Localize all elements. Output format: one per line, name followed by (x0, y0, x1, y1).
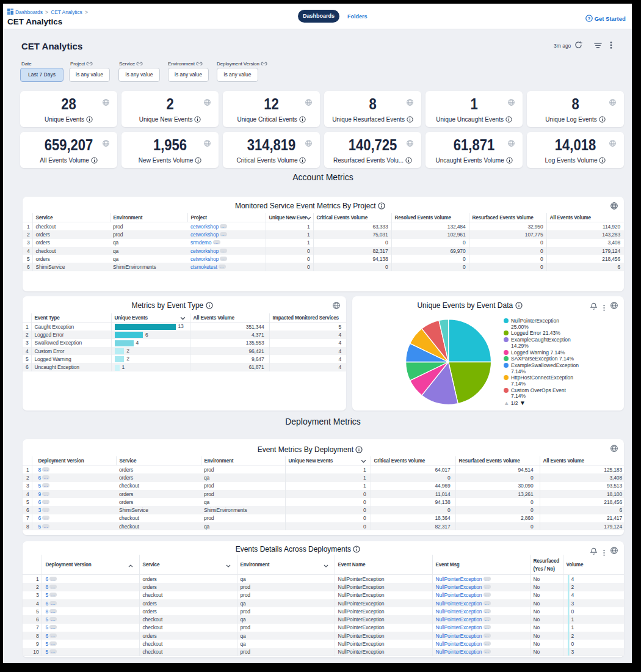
svg-text:?: ? (588, 16, 591, 21)
